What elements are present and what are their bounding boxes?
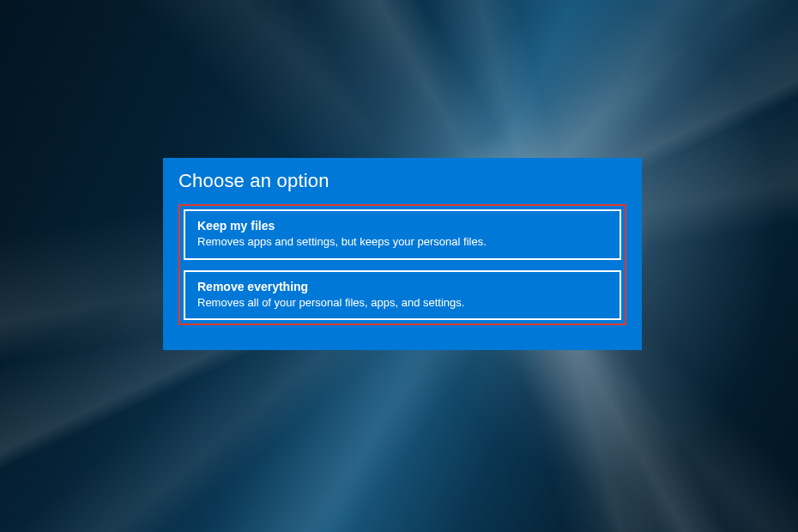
option-description: Removes apps and settings, but keeps you… (197, 234, 608, 250)
choose-option-dialog: Choose an option Keep my files Removes a… (163, 158, 642, 350)
dialog-title: Choose an option (178, 170, 626, 192)
remove-everything-option[interactable]: Remove everything Removes all of your pe… (184, 270, 621, 321)
options-highlight-box: Keep my files Removes apps and settings,… (178, 204, 626, 325)
keep-my-files-option[interactable]: Keep my files Removes apps and settings,… (184, 209, 621, 260)
option-description: Removes all of your personal files, apps… (197, 295, 608, 311)
option-title: Keep my files (197, 218, 608, 233)
option-title: Remove everything (197, 279, 608, 294)
